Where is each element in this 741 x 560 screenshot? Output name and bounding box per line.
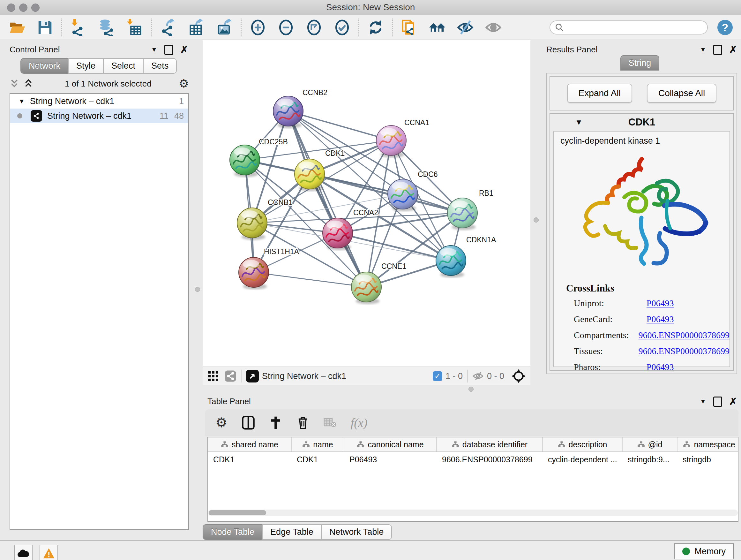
add-column-icon[interactable] xyxy=(269,415,282,430)
expand-all-chevron-icon[interactable] xyxy=(23,78,33,89)
network-node-cdkn1a[interactable]: CDKN1A xyxy=(436,236,496,278)
help-button[interactable]: ? xyxy=(718,20,733,35)
column-header-shared-name[interactable]: shared name xyxy=(208,437,292,451)
graphics-details-eye-icon[interactable] xyxy=(485,19,502,36)
network-list-icon[interactable] xyxy=(224,370,237,382)
bottom-splitter-handle[interactable] xyxy=(468,387,474,392)
tab-sets[interactable]: Sets xyxy=(143,58,177,74)
zoom-in-icon[interactable] xyxy=(249,19,266,36)
table-options-gear-icon[interactable]: ⚙ xyxy=(215,417,227,428)
save-session-icon[interactable] xyxy=(37,19,54,36)
results-panel-close-icon[interactable]: ✗ xyxy=(729,44,737,55)
node-label: CCNE1 xyxy=(381,262,406,270)
import-table-icon[interactable] xyxy=(126,19,143,36)
collapse-all-chevron-icon[interactable] xyxy=(10,78,19,89)
collection-expand-icon[interactable]: ▼ xyxy=(18,98,25,105)
column-header-database-identifier[interactable]: database identifier xyxy=(437,437,543,451)
crosslink-link[interactable]: 9606.ENSP00000378699 xyxy=(638,330,730,340)
open-session-icon[interactable] xyxy=(8,19,25,36)
tab-select[interactable]: Select xyxy=(104,58,143,74)
crosslink-link[interactable]: P06493 xyxy=(647,314,674,324)
birds-eye-view-icon[interactable] xyxy=(246,370,259,382)
results-panel-menu-icon[interactable]: ▼ xyxy=(700,46,706,53)
column-header-id[interactable]: @id xyxy=(623,437,677,451)
navigator-crosshair-icon[interactable] xyxy=(511,369,526,383)
entry-collapse-icon[interactable]: ▼ xyxy=(575,118,583,127)
column-header-name[interactable]: name xyxy=(292,437,344,451)
network-edge[interactable] xyxy=(288,111,366,287)
selected-nodes-checkbox[interactable]: ✓ xyxy=(433,371,442,381)
export-table-icon[interactable] xyxy=(188,19,205,36)
right-splitter-handle[interactable] xyxy=(534,217,539,223)
hide-selected-eye-icon[interactable] xyxy=(457,19,474,36)
control-panel-close-icon[interactable]: ✗ xyxy=(180,44,188,55)
table-panel-close-icon[interactable]: ✗ xyxy=(729,396,737,407)
table-cell[interactable]: cyclin-dependent ... xyxy=(543,452,623,467)
table-cell[interactable]: 9606.ENSP00000378699 xyxy=(437,452,543,467)
table-row[interactable]: CDK1CDK1P064939606.ENSP00000378699cyclin… xyxy=(208,452,738,467)
network-row[interactable]: String Network – cdk1 11 48 xyxy=(10,109,188,123)
search-input[interactable] xyxy=(549,20,708,35)
table-cell[interactable]: stringdb:9... xyxy=(623,452,677,467)
welcome-screen-icon[interactable] xyxy=(428,19,446,36)
table-panel-menu-icon[interactable]: ▼ xyxy=(700,398,706,405)
tab-network-table[interactable]: Network Table xyxy=(321,524,392,540)
cloud-button[interactable] xyxy=(14,545,32,560)
export-image-icon[interactable] xyxy=(216,19,233,36)
crosslink-link[interactable]: P06493 xyxy=(647,298,674,308)
tab-style[interactable]: Style xyxy=(68,58,104,74)
table-horizontal-scrollbar[interactable] xyxy=(208,509,738,516)
left-splitter-handle[interactable] xyxy=(195,287,200,292)
network-node-hist1h1a[interactable]: HIST1H1A xyxy=(239,247,299,290)
table-panel-float-icon[interactable] xyxy=(713,396,722,407)
tab-node-table[interactable]: Node Table xyxy=(203,524,262,540)
network-graph[interactable]: CCNB2CCNA1CDC25BCDK1CDC6RB1CCNB1CCNA2CDK… xyxy=(203,40,530,367)
column-header-canonical-name[interactable]: canonical name xyxy=(344,437,437,451)
tab-network[interactable]: Network xyxy=(20,58,68,74)
warnings-button[interactable] xyxy=(40,545,58,560)
node-table[interactable]: shared namenamecanonical namedatabase id… xyxy=(207,437,738,522)
table-cell[interactable]: stringdb xyxy=(677,452,738,467)
collapse-all-button[interactable]: Collapse All xyxy=(647,84,717,103)
table-cell[interactable]: CDK1 xyxy=(292,452,344,467)
table-cell[interactable]: P06493 xyxy=(344,452,437,467)
tab-edge-table[interactable]: Edge Table xyxy=(262,524,321,540)
network-node-rb1[interactable]: RB1 xyxy=(448,189,493,230)
tab-string[interactable]: String xyxy=(620,55,660,71)
import-network-file-icon[interactable] xyxy=(70,19,87,36)
crosslink-link[interactable]: P06493 xyxy=(647,362,674,372)
memory-status-dot xyxy=(682,548,690,555)
export-network-icon[interactable] xyxy=(159,19,177,36)
network-collection-row[interactable]: ▼ String Network – cdk1 1 xyxy=(10,94,188,109)
network-options-gear-icon[interactable]: ⚙ xyxy=(179,78,189,89)
clone-network-icon[interactable] xyxy=(401,19,418,36)
expand-all-button[interactable]: Expand All xyxy=(567,84,632,103)
scrollbar-thumb[interactable] xyxy=(209,510,266,515)
import-network-database-icon[interactable] xyxy=(98,19,115,36)
grid-view-icon[interactable] xyxy=(207,370,219,382)
crosslink-row: Tissues:9606.ENSP00000378699 xyxy=(554,343,730,359)
zoom-out-icon[interactable] xyxy=(277,19,294,36)
show-columns-icon[interactable] xyxy=(242,415,255,430)
network-node-ccne1[interactable]: CCNE1 xyxy=(351,262,406,304)
result-entry-header[interactable]: ▼ CDK1 xyxy=(550,114,733,131)
function-builder-icon: f(x) xyxy=(351,416,367,430)
control-panel-float-icon[interactable] xyxy=(164,45,173,55)
network-canvas[interactable]: CCNB2CCNA1CDC25BCDK1CDC6RB1CCNB1CCNA2CDK… xyxy=(203,40,530,367)
column-header-description[interactable]: description xyxy=(543,437,623,451)
column-header-namespace[interactable]: namespace xyxy=(677,437,738,451)
zoom-fit-icon[interactable] xyxy=(306,19,323,36)
network-edge[interactable] xyxy=(254,272,366,287)
results-panel-float-icon[interactable] xyxy=(713,45,722,55)
network-node-cdk1[interactable]: CDK1 xyxy=(294,149,345,191)
delete-column-icon[interactable] xyxy=(296,415,309,430)
zoom-selected-icon[interactable] xyxy=(333,19,351,36)
hidden-eye-icon[interactable] xyxy=(472,370,484,382)
control-panel-menu-icon[interactable]: ▼ xyxy=(151,46,157,53)
refresh-layout-icon[interactable] xyxy=(367,19,384,36)
crosslink-link[interactable]: 9606.ENSP00000378699 xyxy=(638,346,730,356)
network-tree: ▼ String Network – cdk1 1 String Network… xyxy=(10,93,189,530)
table-cell[interactable]: CDK1 xyxy=(208,452,292,467)
memory-button[interactable]: Memory xyxy=(674,543,734,559)
network-edge[interactable] xyxy=(310,174,462,213)
